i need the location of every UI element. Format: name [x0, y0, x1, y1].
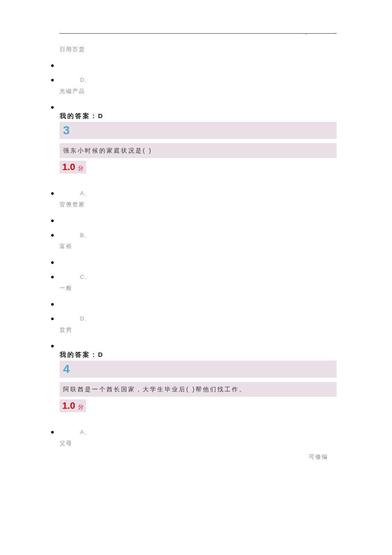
q3-my-answer: 我的答案：D [60, 351, 337, 359]
q3-question-text: 强东小时候的家庭状况是( ) [63, 147, 152, 154]
content-area: 日用百货 D、 光磁产品 我的答案：D 3 强东小时候的家庭状况是( ) 1.0… [0, 37, 392, 447]
q4-question-text: 阿联酋是一个酋长国家，大学生毕业后( )帮他们找工作。 [63, 386, 246, 393]
q3-number-box: 3 [60, 122, 337, 139]
q4-option-a-row: A、 [60, 428, 337, 436]
prev-option-c-text: 日用百货 [60, 46, 337, 53]
q4-score-unit: 分 [78, 404, 84, 410]
bullet-icon [51, 303, 54, 306]
q3-option-a-row: A、 [60, 190, 337, 197]
q3-option-d-text: 贫穷 [60, 326, 337, 334]
q3-option-a-label: A、 [80, 190, 90, 197]
q3-number: 3 [63, 124, 70, 137]
bullet-icon [51, 64, 54, 67]
bullet-row [60, 220, 337, 222]
bullet-row [60, 345, 337, 347]
q3-option-b-row: B、 [60, 231, 337, 239]
bullet-row [60, 261, 337, 264]
bullet-icon [51, 234, 54, 237]
q3-score-num: 1.0 [62, 162, 75, 172]
q3-option-d-row: D、 [60, 315, 337, 323]
prev-my-answer: 我的答案：D [60, 112, 337, 120]
prev-option-d-row: D、 [60, 76, 337, 84]
bullet-row [60, 106, 337, 109]
bullet-icon [51, 220, 54, 222]
q3-option-c-label: C、 [80, 273, 90, 281]
bullet-icon [51, 318, 54, 320]
prev-option-d-text: 光磁产品 [60, 87, 337, 95]
q3-option-b-label: B、 [80, 231, 90, 239]
q4-option-a-text: 父母 [60, 439, 337, 447]
page-dash: - [305, 31, 307, 37]
bullet-row [60, 64, 337, 67]
bullet-icon [51, 276, 54, 278]
q3-option-c-row: C、 [60, 273, 337, 281]
q3-score-unit: 分 [78, 165, 84, 171]
top-rule [60, 33, 337, 34]
q4-number-box: 4 [60, 361, 337, 378]
q3-score-box: 1.0 分 [60, 161, 86, 173]
q4-score-num: 1.0 [62, 400, 75, 411]
bullet-icon [51, 345, 54, 347]
prev-option-d-label: D、 [80, 76, 90, 84]
q4-option-a-label: A、 [80, 428, 90, 436]
q3-option-d-label: D、 [80, 315, 90, 323]
q4-question-box: 阿联酋是一个酋长国家，大学生毕业后( )帮他们找工作。 [60, 382, 337, 397]
q3-option-b-text: 富裕 [60, 243, 337, 250]
q3-option-c-text: 一般 [60, 284, 337, 292]
q4-number: 4 [63, 362, 70, 376]
bullet-icon [51, 79, 54, 81]
bullet-icon [51, 431, 54, 434]
q3-question-box: 强东小时候的家庭状况是( ) [60, 143, 337, 158]
footer-text: 可修编 [309, 453, 328, 461]
bullet-icon [51, 261, 54, 264]
bullet-row [60, 303, 337, 306]
q4-score-box: 1.0 分 [60, 399, 86, 412]
bullet-icon [51, 192, 54, 195]
q3-option-a-text: 官僚世家 [60, 201, 337, 208]
bullet-icon [51, 106, 54, 109]
